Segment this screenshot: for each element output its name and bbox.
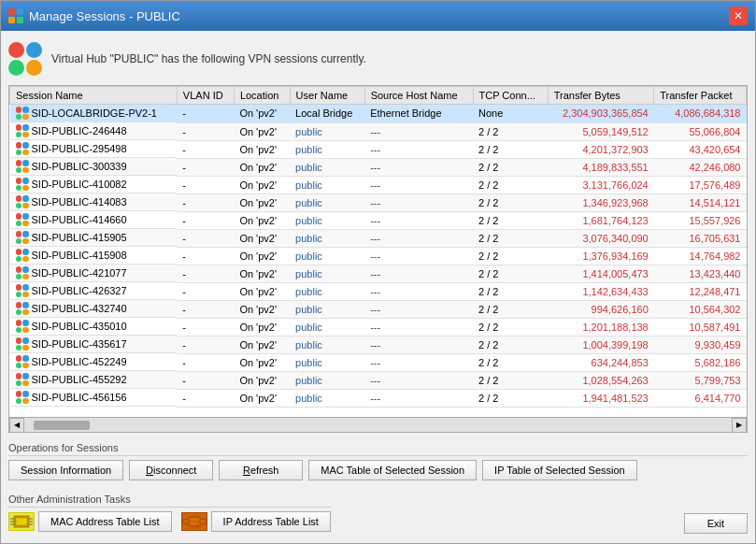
table-cell: On 'pv2' xyxy=(234,211,290,229)
table-cell: - xyxy=(177,389,234,407)
row-mini-icon xyxy=(16,142,29,155)
table-cell: 2 / 2 xyxy=(473,140,548,158)
table-cell: public xyxy=(290,371,364,389)
table-cell: public xyxy=(290,282,364,300)
close-button[interactable]: ✕ xyxy=(729,7,748,25)
admin-section: Other Administration Tasks xyxy=(8,490,331,536)
table-cell: - xyxy=(177,318,234,336)
mac-list-group: MAC Address Table List xyxy=(8,511,172,532)
table-cell: 2 / 2 xyxy=(473,122,548,140)
table-row[interactable]: SID-PUBLIC-432740-On 'pv2'public---2 / 2… xyxy=(10,300,747,318)
ip-address-list-button[interactable]: IP Address Table List xyxy=(211,511,331,532)
session-name-cell: SID-PUBLIC-455292 xyxy=(10,371,178,389)
table-cell: --- xyxy=(364,211,473,229)
table-cell: 10,564,302 xyxy=(654,300,747,318)
operations-label: Operations for Sessions xyxy=(8,442,748,456)
table-row[interactable]: SID-PUBLIC-435010-On 'pv2'public---2 / 2… xyxy=(10,318,747,336)
table-row[interactable]: SID-PUBLIC-421077-On 'pv2'public---2 / 2… xyxy=(10,265,747,282)
table-cell: 1,414,005,473 xyxy=(548,265,654,282)
table-cell: 4,086,684,318 xyxy=(654,105,747,123)
main-window: Manage Sessions - PUBLIC ✕ Virtual Hub "… xyxy=(0,0,756,544)
table-cell: --- xyxy=(364,336,473,353)
mac-table-button[interactable]: MAC Table of Selected Session xyxy=(308,460,477,480)
table-row[interactable]: SID-PUBLIC-452249-On 'pv2'public---2 / 2… xyxy=(10,353,747,371)
app-icon xyxy=(8,8,23,23)
svg-rect-2 xyxy=(8,17,15,23)
exit-button[interactable]: Exit xyxy=(684,513,748,534)
table-row[interactable]: SID-PUBLIC-426327-On 'pv2'public---2 / 2… xyxy=(10,282,747,300)
table-cell: --- xyxy=(364,158,473,176)
row-mini-icon xyxy=(16,124,29,137)
scroll-right-arrow[interactable]: ▶ xyxy=(732,418,747,433)
table-cell: 2 / 2 xyxy=(473,371,548,389)
table-row[interactable]: SID-LOCALBRIDGE-PV2-1-On 'pv2'Local Brid… xyxy=(10,105,747,123)
table-cell: --- xyxy=(364,318,473,336)
table-cell: 2 / 2 xyxy=(473,247,548,265)
col-vlan-id: VLAN ID xyxy=(177,87,234,105)
horizontal-scrollbar[interactable]: ◀ ▶ xyxy=(9,417,747,432)
table-cell: --- xyxy=(364,176,473,193)
row-mini-icon xyxy=(16,320,29,333)
info-message: Virtual Hub "PUBLIC" has the following V… xyxy=(51,52,366,65)
table-cell: 12,248,471 xyxy=(654,282,747,300)
table-cell: On 'pv2' xyxy=(234,229,290,247)
sessions-table-container: Session Name VLAN ID Location User Name … xyxy=(8,85,748,433)
table-row[interactable]: SID-PUBLIC-300339-On 'pv2'public---2 / 2… xyxy=(10,158,747,176)
col-user-name: User Name xyxy=(290,87,364,105)
table-row[interactable]: SID-PUBLIC-455292-On 'pv2'public---2 / 2… xyxy=(10,371,747,389)
table-cell: - xyxy=(177,229,234,247)
ip-table-button[interactable]: IP Table of Selected Session xyxy=(482,460,637,480)
operations-section: Operations for Sessions Session Informat… xyxy=(8,438,748,484)
table-cell: 994,626,160 xyxy=(548,300,654,318)
svg-rect-1 xyxy=(17,8,23,15)
disconnect-button[interactable]: Disconnect xyxy=(129,460,213,480)
table-row[interactable]: SID-PUBLIC-415908-On 'pv2'public---2 / 2… xyxy=(10,247,747,265)
row-mini-icon xyxy=(16,266,29,279)
row-mini-icon xyxy=(16,284,29,297)
refresh-button[interactable]: Refresh xyxy=(219,460,303,480)
table-cell: --- xyxy=(364,371,473,389)
table-row[interactable]: SID-PUBLIC-415905-On 'pv2'public---2 / 2… xyxy=(10,229,747,247)
table-cell: - xyxy=(177,158,234,176)
session-name-text: SID-PUBLIC-414660 xyxy=(32,214,127,225)
scroll-track[interactable] xyxy=(24,420,732,431)
table-row[interactable]: SID-PUBLIC-410082-On 'pv2'public---2 / 2… xyxy=(10,176,747,193)
exit-area: Exit xyxy=(684,511,748,536)
table-cell: On 'pv2' xyxy=(234,318,290,336)
table-row[interactable]: SID-PUBLIC-414083-On 'pv2'public---2 / 2… xyxy=(10,193,747,211)
session-name-cell: SID-PUBLIC-246448 xyxy=(10,122,178,140)
col-tcp-conn: TCP Conn... xyxy=(473,87,548,105)
session-name-text: SID-PUBLIC-426327 xyxy=(32,285,127,296)
table-row[interactable]: SID-PUBLIC-295498-On 'pv2'public---2 / 2… xyxy=(10,140,747,158)
row-mini-icon xyxy=(16,107,29,120)
table-cell: public xyxy=(290,229,364,247)
table-row[interactable]: SID-PUBLIC-414660-On 'pv2'public---2 / 2… xyxy=(10,211,747,229)
table-cell: public xyxy=(290,122,364,140)
table-header-row: Session Name VLAN ID Location User Name … xyxy=(10,87,747,105)
table-cell: - xyxy=(177,122,234,140)
table-cell: 1,346,923,968 xyxy=(548,193,654,211)
session-name-cell: SID-PUBLIC-414083 xyxy=(10,193,178,211)
col-source-host: Source Host Name xyxy=(364,87,473,105)
session-info-button[interactable]: Session Information xyxy=(8,460,123,480)
table-row[interactable]: SID-PUBLIC-246448-On 'pv2'public---2 / 2… xyxy=(10,122,747,140)
admin-buttons: MAC Address Table List IP xyxy=(8,511,331,532)
scroll-thumb[interactable] xyxy=(34,421,90,430)
mac-address-list-button[interactable]: MAC Address Table List xyxy=(38,511,172,532)
session-name-cell: SID-PUBLIC-426327 xyxy=(10,282,178,300)
table-scroll-area[interactable]: Session Name VLAN ID Location User Name … xyxy=(9,86,747,417)
table-cell: public xyxy=(290,247,364,265)
row-mini-icon xyxy=(16,178,29,191)
col-session-name: Session Name xyxy=(10,87,178,105)
scroll-left-arrow[interactable]: ◀ xyxy=(9,418,24,433)
svg-rect-0 xyxy=(8,8,15,15)
table-cell: - xyxy=(177,193,234,211)
table-row[interactable]: SID-PUBLIC-456156-On 'pv2'public---2 / 2… xyxy=(10,389,747,407)
title-bar: Manage Sessions - PUBLIC ✕ xyxy=(1,1,755,31)
session-name-cell: SID-PUBLIC-410082 xyxy=(10,176,178,193)
session-name-cell: SID-LOCALBRIDGE-PV2-1 xyxy=(10,105,178,122)
session-name-cell: SID-PUBLIC-452249 xyxy=(10,353,178,371)
table-cell: --- xyxy=(364,265,473,282)
table-cell: public xyxy=(290,193,364,211)
table-row[interactable]: SID-PUBLIC-435617-On 'pv2'public---2 / 2… xyxy=(10,336,747,353)
